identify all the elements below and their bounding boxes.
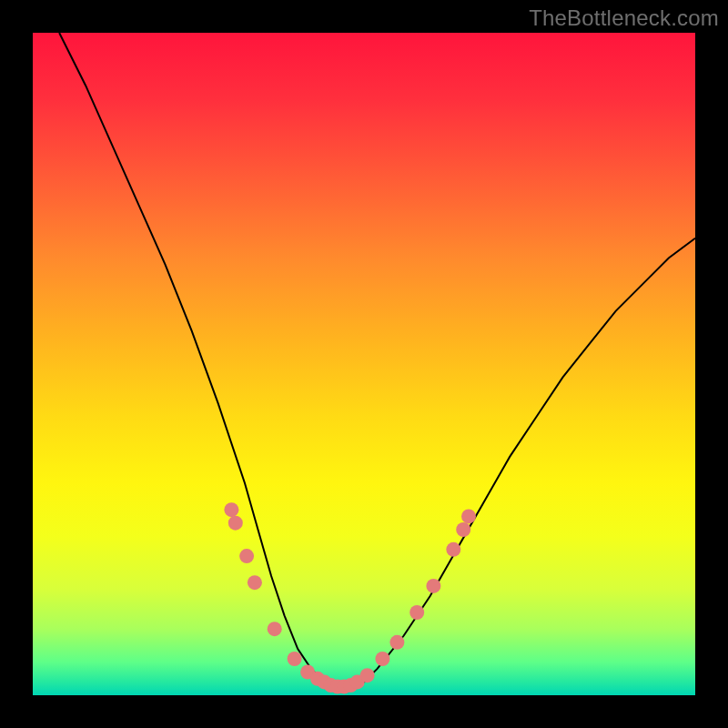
marker-dot <box>456 522 470 537</box>
plot-area <box>33 33 695 695</box>
marker-dot <box>268 622 282 636</box>
chart-frame: TheBottleneck.com <box>0 0 728 728</box>
marker-dot <box>410 605 424 620</box>
marker-dot <box>288 652 302 666</box>
marker-dot <box>375 652 389 666</box>
marker-dot <box>426 579 440 593</box>
curve-svg <box>33 33 695 695</box>
marker-dot <box>360 668 375 682</box>
watermark-text: TheBottleneck.com <box>529 5 719 31</box>
marker-dot <box>248 575 262 590</box>
marker-dot <box>461 509 476 523</box>
bottleneck-curve <box>59 33 695 689</box>
marker-dot <box>239 549 254 563</box>
marker-dot <box>224 502 238 517</box>
marker-dot <box>228 516 243 531</box>
marker-dot <box>446 542 460 557</box>
marker-dot <box>389 635 404 650</box>
highlight-dots <box>224 502 476 693</box>
